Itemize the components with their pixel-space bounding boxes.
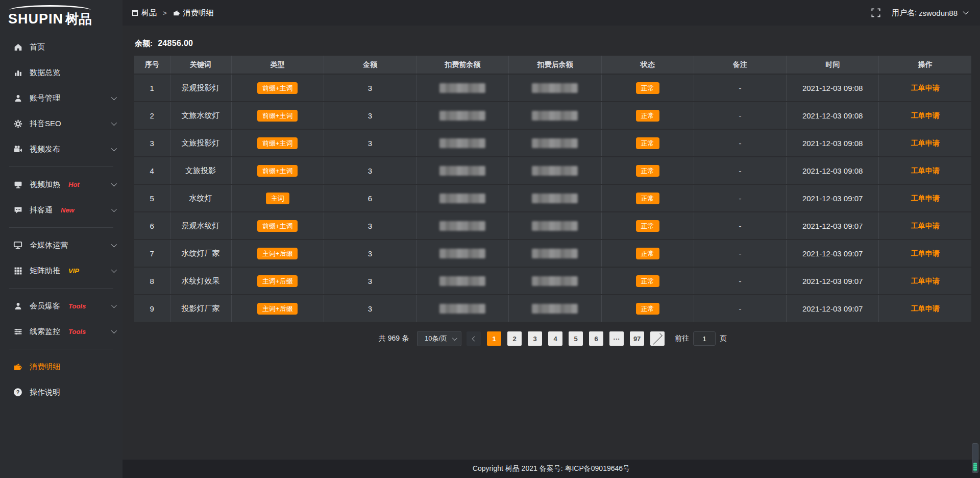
cell-keyword: 水纹灯 — [170, 184, 231, 212]
page-button-97[interactable]: 97 — [630, 331, 644, 346]
page-button-5[interactable]: 5 — [569, 331, 583, 346]
ticket-request-link[interactable]: 工单申请 — [911, 222, 940, 230]
cell-remark: - — [694, 267, 786, 295]
cell-index: 3 — [134, 129, 170, 157]
ticket-request-link[interactable]: 工单申请 — [911, 139, 940, 147]
cell-time: 2021-12-03 09:07 — [787, 240, 879, 267]
sidebar-item-label: 账号管理 — [30, 93, 60, 103]
type-tag: 前缀+主词 — [257, 82, 298, 94]
sidebar-item-data-overview[interactable]: 数据总览 — [0, 60, 122, 85]
page-button-4[interactable]: 4 — [548, 331, 562, 346]
cell-remark: - — [694, 212, 786, 240]
wallet-icon — [173, 9, 180, 16]
sidebar-item-label: 数据总览 — [30, 68, 60, 78]
status-badge: 正常 — [636, 303, 659, 315]
cell-index: 2 — [134, 102, 170, 129]
redacted-balance-after — [532, 138, 578, 148]
page-button-3[interactable]: 3 — [528, 331, 542, 346]
cell-index: 9 — [134, 295, 170, 322]
sidebar-item-member-bloom[interactable]: 会员爆客 Tools — [0, 293, 122, 319]
app-logo[interactable]: SHUPIN 树品 — [0, 0, 122, 30]
next-page-button[interactable] — [650, 331, 665, 346]
sidebar-item-all-media[interactable]: 全媒体运营 — [0, 232, 122, 258]
balance-label: 余额: — [135, 39, 153, 47]
question-icon: ? — [13, 388, 22, 397]
arrow-left-icon — [472, 336, 477, 341]
sidebar-item-account[interactable]: 账号管理 — [0, 85, 122, 111]
total-count: 共 969 条 — [379, 334, 409, 343]
redacted-balance-before — [439, 221, 485, 231]
type-tag: 前缀+主词 — [257, 110, 298, 122]
page-size-select[interactable]: 10条/页 — [417, 331, 461, 346]
col-header-keyword: 关键词 — [170, 56, 231, 74]
pagination: 共 969 条 10条/页 1 2 3 4 5 6 ··· 97 前往 页 — [134, 331, 971, 346]
screen-icon — [13, 180, 22, 189]
cell-index: 7 — [134, 240, 170, 267]
sidebar-item-douyin-seo[interactable]: 抖音SEO — [0, 111, 122, 136]
bar-chart-icon — [13, 68, 22, 77]
cell-index: 8 — [134, 267, 170, 295]
type-tag: 前缀+主词 — [257, 165, 298, 177]
sidebar-item-label: 操作说明 — [30, 388, 60, 397]
type-tag: 前缀+主词 — [257, 220, 298, 232]
sidebar-item-consumption-detail[interactable]: 消费明细 — [0, 354, 122, 379]
cell-keyword: 景观投影灯 — [170, 74, 231, 102]
type-tag: 主词 — [266, 193, 289, 204]
cell-remark: - — [694, 102, 786, 129]
cell-time: 2021-12-03 09:08 — [787, 74, 879, 102]
sidebar-item-matrix-boost[interactable]: 矩阵助推 VIP — [0, 258, 122, 283]
ticket-request-link[interactable]: 工单申请 — [911, 166, 940, 175]
sidebar-item-instructions[interactable]: ? 操作说明 — [0, 379, 122, 405]
redacted-balance-after — [532, 221, 578, 231]
hot-badge: Hot — [68, 181, 80, 188]
cell-index: 5 — [134, 184, 170, 212]
prev-page-button[interactable] — [467, 331, 481, 346]
page-button-1[interactable]: 1 — [487, 331, 501, 346]
chevron-down-icon — [111, 120, 117, 126]
monitor-icon — [13, 241, 22, 250]
cell-amount: 3 — [324, 267, 416, 295]
cell-amount: 3 — [324, 212, 416, 240]
table-header-row: 序号 关键词 类型 金额 扣费前余额 扣费后余额 状态 备注 时间 操作 — [134, 56, 971, 74]
cell-time: 2021-12-03 09:07 — [787, 212, 879, 240]
ticket-request-link[interactable]: 工单申请 — [911, 194, 940, 202]
svg-text:?: ? — [16, 389, 20, 395]
sidebar-menu: 首页 数据总览 账号管理 抖音SEO 视频发布 视频加热 Hot — [0, 30, 122, 478]
fullscreen-icon[interactable] — [871, 8, 880, 17]
sidebar-item-home[interactable]: 首页 — [0, 34, 122, 60]
sidebar-divider — [9, 288, 113, 289]
sidebar-item-lead-monitor[interactable]: 线索监控 Tools — [0, 319, 122, 344]
gear-icon — [13, 119, 22, 128]
redacted-balance-before — [439, 111, 485, 121]
cell-keyword: 文旅投影 — [170, 157, 231, 184]
sidebar-item-douketong[interactable]: 抖客通 New — [0, 197, 122, 223]
video-camera-icon — [13, 145, 22, 154]
chevron-down-icon — [111, 328, 117, 333]
ticket-request-link[interactable]: 工单申请 — [911, 277, 940, 285]
sidebar-item-video-heat[interactable]: 视频加热 Hot — [0, 172, 122, 197]
wallet-icon — [13, 362, 22, 371]
page-button-2[interactable]: 2 — [507, 331, 522, 346]
sidebar-item-label: 消费明细 — [30, 362, 60, 372]
breadcrumb-root[interactable]: 树品 — [132, 8, 157, 18]
user-menu[interactable]: 用户名: zswodun88 — [892, 8, 967, 18]
sidebar-item-video-publish[interactable]: 视频发布 — [0, 136, 122, 162]
username-label: 用户名: — [892, 8, 917, 18]
ticket-request-link[interactable]: 工单申请 — [911, 304, 940, 313]
redacted-balance-before — [439, 194, 485, 203]
ticket-request-link[interactable]: 工单申请 — [911, 84, 940, 92]
type-tag: 前缀+主词 — [257, 137, 298, 149]
sidebar-item-label: 抖客通 — [30, 205, 53, 215]
goto-page-input[interactable] — [693, 331, 716, 346]
cell-remark: - — [694, 295, 786, 322]
scroll-widget[interactable] — [972, 443, 978, 473]
more-pages-button[interactable]: ··· — [609, 331, 624, 346]
cell-amount: 3 — [324, 129, 416, 157]
ticket-request-link[interactable]: 工单申请 — [911, 111, 940, 119]
redacted-balance-after — [532, 249, 578, 258]
page-button-6[interactable]: 6 — [589, 331, 603, 346]
ticket-request-link[interactable]: 工单申请 — [911, 249, 940, 257]
table-row: 1 景观投影灯 前缀+主词 3 正常 - 2021-12-03 09:08 工单… — [134, 74, 971, 102]
cell-time: 2021-12-03 09:08 — [787, 129, 879, 157]
sidebar-item-label: 全媒体运营 — [30, 241, 68, 250]
